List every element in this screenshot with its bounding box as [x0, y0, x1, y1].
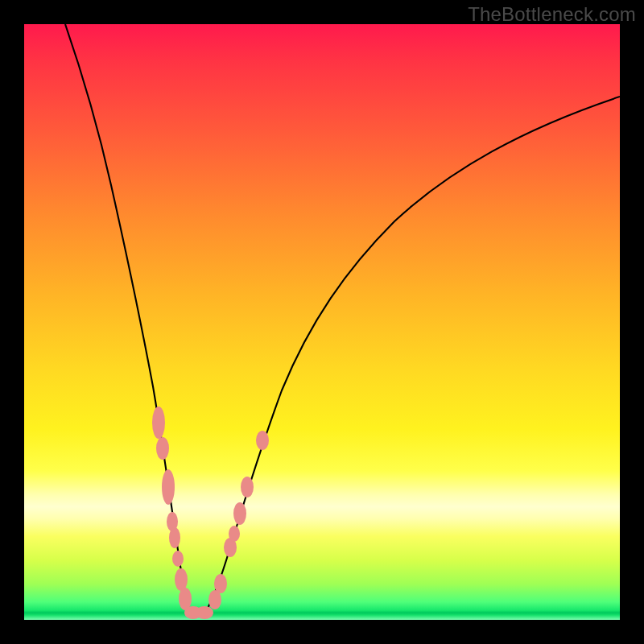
plot-area: [24, 24, 620, 620]
data-marker: [156, 437, 169, 460]
chart-frame: TheBottleneck.com: [0, 0, 644, 644]
data-marker: [162, 469, 175, 505]
data-marker: [241, 477, 254, 497]
chart-overlay: [24, 24, 620, 620]
watermark-text: TheBottleneck.com: [468, 3, 636, 26]
data-marker: [169, 527, 180, 548]
data-marker: [214, 574, 227, 593]
data-marker: [229, 526, 240, 542]
data-marker: [152, 407, 165, 439]
data-marker: [256, 431, 269, 450]
data-marker: [175, 568, 188, 591]
curve-right-branch: [191, 97, 620, 613]
data-marker: [172, 551, 184, 567]
marker-group: [152, 407, 269, 619]
data-marker: [233, 502, 246, 525]
data-marker: [196, 606, 213, 619]
